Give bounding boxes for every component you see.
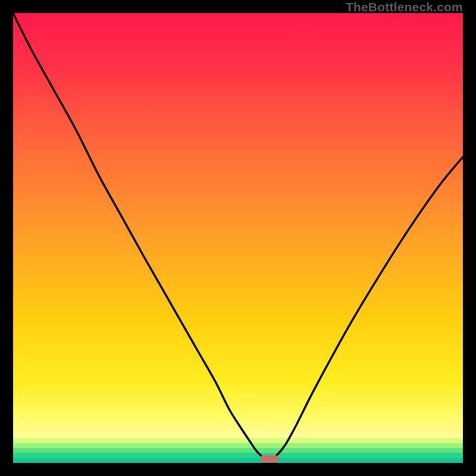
- band-green: [13, 453, 463, 458]
- chart-frame: TheBottleneck.com: [0, 0, 476, 476]
- optimal-marker: [261, 455, 278, 462]
- band-teal: [13, 458, 463, 463]
- watermark: TheBottleneck.com: [346, 0, 463, 14]
- band-yellowgreen: [13, 438, 463, 443]
- bottleneck-chart: [13, 13, 463, 463]
- band-midgreen: [13, 448, 463, 453]
- band-lightgreen: [13, 443, 463, 448]
- watermark-text: TheBottleneck.com: [346, 0, 463, 14]
- gradient-background: [13, 13, 463, 463]
